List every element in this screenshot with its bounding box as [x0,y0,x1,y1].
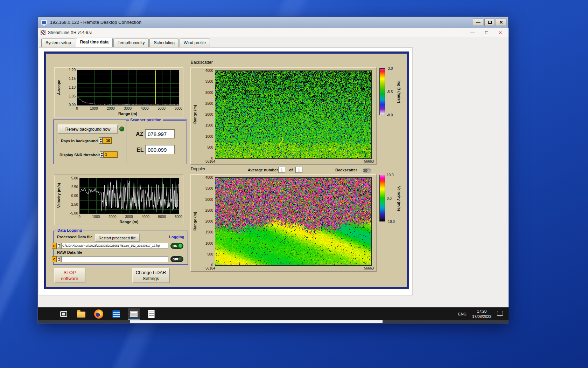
tick-label: 2000 [107,107,115,110]
rdp-horizontal-scrollbar[interactable] [38,320,509,323]
rdp-titlebar[interactable]: 192.168.0.122 - Remote Desktop Connectio… [38,17,508,28]
raw-file-path-field[interactable] [61,256,168,262]
browse-file-icon[interactable] [57,243,61,249]
tick-label: 3500 [205,80,213,83]
change-lidar-settings-button[interactable]: Change LiDAR Settings [132,268,170,283]
backscatter-heatmap-canvas [215,70,372,159]
tick-label: 6000 [175,215,182,219]
processed-data-file-label: Processed Data file [57,235,93,239]
app-titlebar[interactable]: StreamLine XR v14-6.vi — × [38,28,509,37]
doppler-section-title: Doppler [191,166,205,171]
tab-system-setup[interactable]: System setup [41,39,75,47]
tick-label: 4000 [205,69,213,73]
restart-processed-file-button[interactable]: Restart processed file [95,234,140,242]
tick-label: 1.05 [69,94,76,98]
elevation-label: EL [136,147,144,153]
streamline-app-window: StreamLine XR v14-6.vi — × System setup … [38,28,509,307]
rays-in-background-value[interactable]: 10 [103,137,112,144]
raw-logging-toggle[interactable]: OFF [170,256,183,262]
remote-desktop-screen: StreamLine XR v14-6.vi — × System setup … [38,28,509,323]
elevation-value: 000.099 [145,145,175,154]
app-window-title: StreamLine XR v14-6.vi [48,30,470,35]
snr-threshold-stepper[interactable]: 1 [100,151,118,158]
doppler-plot-frame: Range (m) 400035003000250020001500100050… [190,174,377,272]
tick-label: 0.99 [69,103,76,107]
tab-wind-profile[interactable]: Wind profile [180,39,210,47]
doppler-x-start: 56164 [205,266,215,270]
app-restore-icon[interactable] [485,31,488,34]
scrollbar-thumb[interactable] [130,320,383,323]
clock[interactable]: 17:20 17/08/2023 [472,309,491,319]
rays-in-background-stepper[interactable]: 10 [99,137,112,144]
taskbar-scan-app-button[interactable] [145,308,157,320]
tick-label: 1000 [205,241,213,245]
blue-app-icon [112,310,120,318]
language-indicator[interactable]: ENG [458,312,467,316]
app-minimize-icon[interactable]: — [470,30,475,35]
tick-label: 1000 [90,107,98,110]
tick-label: 3500 [205,186,213,190]
renew-background-button[interactable]: Renew background now [58,124,118,134]
tick-label: -10.0 [387,220,395,224]
tick-label: 5.00 [71,176,78,180]
tab-bar: System setup Real time data Temp/humidit… [38,37,509,47]
doppler-colorbar-label: Velocity (m/s) [397,172,401,225]
tab-real-time-data[interactable]: Real time data [76,38,113,47]
taskbar-active-app-button[interactable] [128,308,140,320]
tick-label: 3000 [124,107,132,110]
processed-logging-toggle[interactable]: ON [170,243,183,249]
rdp-minimize-button[interactable]: — [473,19,483,26]
tab-temp-humidity[interactable]: Temp/humidity [113,39,149,47]
tick-label: 3000 [205,197,213,201]
tick-label: -3.0 [387,67,393,70]
taskbar-firefox-button[interactable] [93,308,105,320]
rays-in-background-label: Rays in background [61,139,98,143]
renew-status-led [119,127,124,131]
tick-label: 1000 [205,134,213,138]
snr-threshold-value[interactable]: 1 [104,151,118,158]
drive-icon[interactable]: C [52,256,57,262]
tick-label: 10.0 [387,173,393,177]
stop-software-button[interactable]: STOP software [54,268,85,283]
on-label: ON [173,244,177,248]
taskbar-task-view-button[interactable] [58,308,70,320]
average-count-value[interactable]: 1 [295,167,302,173]
slider-knob-icon [364,169,368,172]
folder-icon [77,312,85,318]
taskbar-file-explorer-button[interactable] [75,308,87,320]
panel-frame: A-scope 1.201.151.101.050.99 01000200030… [44,52,409,289]
velocity-x-axis-label: Range (m) [79,220,178,224]
drive-icon[interactable]: C [52,243,57,249]
average-number-label: Average number [248,168,278,172]
tick-label: 2500 [205,208,213,212]
app-close-icon[interactable]: × [499,29,502,35]
rdp-close-button[interactable]: × [496,19,506,26]
stop-button-line1: STOP [63,270,76,275]
tick-label: 1500 [205,230,213,234]
doppler-colorbar [379,175,385,222]
notification-icon[interactable] [497,311,503,316]
tick-label: 500 [207,145,213,149]
backscatter-toggle-slider[interactable] [363,169,371,172]
tick-label: 3000 [125,215,133,219]
vi-file-icon [41,30,46,35]
tick-label: 3000 [205,90,213,94]
data-logging-title: Data Logging [56,228,83,232]
tab-scheduling[interactable]: Scheduling [149,39,178,47]
taskbar-blue-app-button[interactable] [110,308,122,320]
doppler-x-end: 56663 [364,266,374,270]
browse-file-icon[interactable] [57,256,61,262]
increment-decrement-icon[interactable] [100,151,104,158]
active-window-icon [130,311,138,317]
rdp-maximize-button[interactable] [484,19,495,26]
tick-label: -8.0 [387,113,393,117]
tick-label: 1500 [205,123,213,127]
doppler-y-ticks: 40003500300025002000150010005000 [202,177,214,265]
clock-time: 17:20 [472,309,491,314]
azimuth-value: 078.997 [145,129,175,138]
processed-file-path-field[interactable]: C:\LiDAR\Data\Proc\2023\202308\20230817\… [61,243,168,249]
average-number-value[interactable]: 1 [278,167,285,173]
backscatter-colorbar-ticks: -3.0-5.5-8.0 [387,68,397,115]
increment-decrement-icon[interactable] [99,137,103,144]
tick-label: 0 [78,215,80,219]
